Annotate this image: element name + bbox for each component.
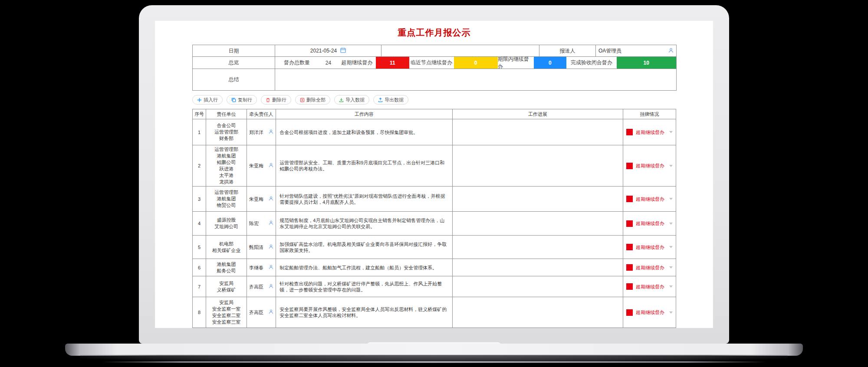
person-icon[interactable] <box>269 129 273 135</box>
table-row: 4 盛源控股 艾坦姆公司 陈宏 规范销售制度，4月底前山东艾坦姆公司实现自主销售… <box>193 212 676 236</box>
leader-cell[interactable]: 朱亚梅 <box>247 187 276 212</box>
status-dropdown[interactable]: 超期继续督办 <box>625 196 674 202</box>
table-row: 5 机电部 相关煤矿企业 甄阳清 加强煤矿高盐水治理。机电部及相关煤矿企业要向市… <box>193 236 676 259</box>
serial-cell: 5 <box>193 236 206 259</box>
summary-field[interactable] <box>275 69 677 91</box>
unit-cell[interactable]: 安监局 安全监察一室 安全监察二室 安全监察三室 <box>206 297 247 328</box>
page-title: 重点工作月报公示 <box>192 27 676 39</box>
table-row: 7 安监局 义桥煤矿 齐高臣 针对检查出现的问题，对义桥煤矿进行停产整顿，先从思… <box>193 276 676 297</box>
leader-name: 朱亚梅 <box>249 196 263 202</box>
within-limit-label: 期限内继续督办 <box>498 57 534 69</box>
unit-cell[interactable]: 盛源控股 艾坦姆公司 <box>206 212 247 236</box>
delete-row-button[interactable]: 删除行 <box>261 95 291 105</box>
unit-cell[interactable]: 运营管理部 港航集团 物贸公司 <box>206 187 247 212</box>
closed-label: 完成验收闭合督办 <box>566 57 617 69</box>
chevron-down-icon <box>669 131 673 133</box>
calendar-icon[interactable] <box>340 47 346 54</box>
leader-cell[interactable]: 甄阳清 <box>247 236 276 259</box>
header-progress: 工作进展 <box>452 109 623 119</box>
progress-cell[interactable] <box>452 276 623 297</box>
person-icon[interactable] <box>269 265 273 271</box>
import-data-button[interactable]: 导入数据 <box>334 95 369 105</box>
unit-cell[interactable]: 机电部 相关煤矿企业 <box>206 236 247 259</box>
status-dropdown[interactable]: 超期继续督办 <box>625 244 674 250</box>
content-cell[interactable]: 针对检查出现的问题，对义桥煤矿进行停产整顿，先从思想上、作风上开始整顿，进一步整… <box>276 276 452 297</box>
status-cell: 超期继续督办 <box>623 236 676 259</box>
status-dropdown[interactable]: 超期继续督办 <box>625 129 674 135</box>
person-icon[interactable] <box>269 284 273 290</box>
unit-cell[interactable]: 安监局 义桥煤矿 <box>206 276 247 297</box>
status-color-square <box>626 220 633 227</box>
status-dropdown[interactable]: 超期继续督办 <box>625 309 674 316</box>
status-cell: 超期继续督办 <box>623 259 676 276</box>
status-dropdown[interactable]: 超期继续督办 <box>625 163 674 169</box>
person-icon[interactable] <box>269 309 273 315</box>
total-value: 24 <box>319 57 338 69</box>
toolbar: 插入行 复制行 <box>192 95 676 105</box>
content-cell[interactable]: 制定船舶管理办法、船舶加气工作流程，建立船舶（船员）安全管理体系。 <box>276 259 452 276</box>
info-table: 日期 2021-05-24 <box>192 45 677 91</box>
progress-cell[interactable] <box>452 212 623 236</box>
status-label: 超期继续督办 <box>636 265 664 271</box>
leader-name: 陈宏 <box>249 220 259 226</box>
export-data-button[interactable]: 导出数据 <box>373 95 408 105</box>
person-icon[interactable] <box>668 48 674 54</box>
delete-all-button[interactable]: 删除全部 <box>295 95 330 105</box>
button-label: 插入行 <box>204 97 218 103</box>
status-cell: 超期继续督办 <box>623 276 676 297</box>
status-cell: 超期继续督办 <box>623 212 676 236</box>
progress-cell[interactable] <box>452 259 623 276</box>
leader-cell[interactable]: 李继春 <box>247 259 276 276</box>
leader-cell[interactable]: 齐高臣 <box>247 276 276 297</box>
leader-cell[interactable]: 齐高臣 <box>247 297 276 328</box>
status-dropdown[interactable]: 超期继续督办 <box>625 264 674 271</box>
leader-cell[interactable]: 郑洋洋 <box>247 119 276 145</box>
serial-cell: 8 <box>193 297 206 328</box>
status-color-square <box>626 244 633 250</box>
content-cell[interactable]: 规范销售制度，4月底前山东艾坦姆公司实现自主销售并制定销售管理办法，山东艾坦姆停… <box>276 212 452 236</box>
progress-cell[interactable] <box>452 297 623 328</box>
within-limit-count-badge: 0 <box>534 57 566 69</box>
progress-cell[interactable] <box>452 236 623 259</box>
overview-cell: 督办总数量 24 超期继续督办 11 临近节点继续督办 0 期限内继续督办 0 … <box>275 57 677 69</box>
trash-icon <box>266 98 270 102</box>
insert-row-button[interactable]: 插入行 <box>192 95 223 105</box>
status-dropdown[interactable]: 超期继续督办 <box>625 220 674 227</box>
content-cell[interactable]: 安全监察局要开展作风整顿，安全监察局全体人员写出反思材料，驻义桥煤矿的安全监察二… <box>276 297 452 328</box>
copy-row-button[interactable]: 复制行 <box>227 95 257 105</box>
empty-cell <box>381 45 539 57</box>
leader-name: 齐高臣 <box>249 284 263 290</box>
leader-cell[interactable]: 朱亚梅 <box>247 145 276 187</box>
person-icon[interactable] <box>269 196 273 202</box>
status-cell: 超期继续督办 <box>623 187 676 212</box>
content-cell[interactable]: 运营管理部从安全、工期、质量方面和9月底项目完工节点，出台针对三港口和鲲鹏公司的… <box>276 145 452 187</box>
person-icon[interactable] <box>269 163 273 169</box>
progress-cell[interactable] <box>452 119 623 145</box>
date-value[interactable]: 2021-05-24 <box>310 48 337 54</box>
reporter-field[interactable]: OA管理员 <box>596 45 677 57</box>
status-dropdown[interactable]: 超期继续督办 <box>625 283 674 290</box>
person-icon[interactable] <box>269 220 273 226</box>
header-status: 挂牌情况 <box>623 109 676 119</box>
laptop-base <box>65 344 803 356</box>
content-cell[interactable]: 加强煤矿高盐水治理。机电部及相关煤矿企业要向市县环保局对接汇报好，争取国家政策支… <box>276 236 452 259</box>
content-cell[interactable]: 针对营销队伍建设，按照“优胜劣汰”原则对现有营销队伍进行全面考核，并根据需要提报… <box>276 187 452 212</box>
progress-cell[interactable] <box>452 187 623 212</box>
chevron-down-icon <box>669 266 673 269</box>
closed-count-badge: 10 <box>617 57 676 69</box>
date-label: 日期 <box>193 45 275 57</box>
date-field[interactable]: 2021-05-24 <box>275 45 381 57</box>
content-cell[interactable]: 合金公司根据项目进度，追加土建和设备预算，尽快报集团审批。 <box>276 119 452 145</box>
progress-cell[interactable] <box>452 145 623 187</box>
unit-cell[interactable]: 合金公司 运营管理部 财务部 <box>206 119 247 145</box>
table-row: 2 运营管理部 港航集团 鲲鹏公司 跃进港 太平港 龙拱港 朱亚梅 运营管理部从… <box>193 145 676 187</box>
status-label: 超期继续督办 <box>636 309 664 315</box>
chevron-down-icon <box>669 198 673 200</box>
copy-icon <box>231 98 236 102</box>
unit-cell[interactable]: 港航集团 船务公司 <box>206 259 247 276</box>
leader-cell[interactable]: 陈宏 <box>247 212 276 236</box>
total-label: 督办总数量 <box>275 57 319 69</box>
person-icon[interactable] <box>269 244 273 250</box>
export-icon <box>378 98 383 102</box>
unit-cell[interactable]: 运营管理部 港航集团 鲲鹏公司 跃进港 太平港 龙拱港 <box>206 145 247 187</box>
